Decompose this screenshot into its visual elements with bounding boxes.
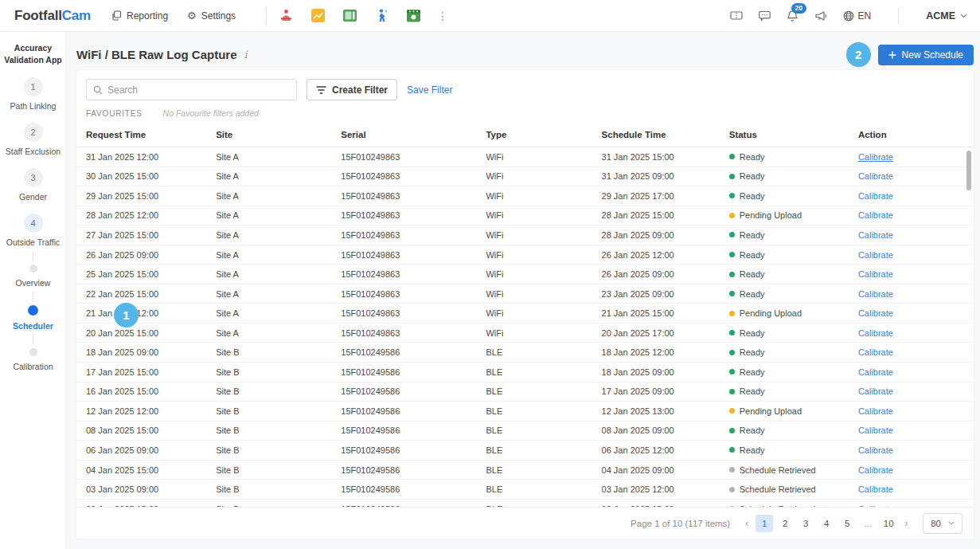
calibrate-link[interactable]: Calibrate <box>858 425 893 435</box>
substep-dot-current[interactable] <box>28 305 38 316</box>
table-row: 27 Jan 2025 15:00Site A15F010249863WiFi2… <box>76 225 974 245</box>
sidebar-substep-scheduler[interactable]: Scheduler <box>0 305 66 331</box>
sidebar-substep-overview[interactable]: Overview <box>0 265 66 288</box>
page-size-select[interactable]: 80 <box>923 513 962 534</box>
analytics-app-icon[interactable] <box>310 8 326 24</box>
calibrate-link[interactable]: Calibrate <box>858 406 893 416</box>
site-cell: Site A <box>216 328 341 338</box>
sidebar-step-path-linking[interactable]: 1 Path Linking <box>0 77 66 111</box>
calendar-app-icon[interactable] <box>405 8 421 24</box>
step-connector <box>33 292 33 302</box>
calibrate-link[interactable]: Calibrate <box>858 250 893 260</box>
app-window: FootfallCam Reporting ⚙ Settings <box>0 0 980 549</box>
table-row: 17 Jan 2025 15:00Site B15F010249586BLE18… <box>76 363 974 382</box>
calibrate-link[interactable]: Calibrate <box>858 386 893 396</box>
calibrate-link[interactable]: Calibrate <box>858 328 893 338</box>
annotation-badge-2: 2 <box>846 42 871 67</box>
main-content: 1 WiFi / BLE Raw Log Capture i 2 New Sch… <box>67 32 980 549</box>
workflow-sidebar: Accuracy Validation App 1 Path Linking 2… <box>0 32 67 549</box>
status-dot-icon <box>729 389 735 394</box>
status-label: Ready <box>740 230 765 240</box>
pagination-page-2[interactable]: 2 <box>776 515 794 532</box>
announcements-megaphone-icon[interactable] <box>814 10 827 22</box>
step-number-circle[interactable]: 1 <box>24 77 43 96</box>
calibrate-link[interactable]: Calibrate <box>858 484 893 494</box>
site-cell: Site B <box>216 445 341 455</box>
ticket-icon[interactable] <box>730 10 743 21</box>
save-filter-link[interactable]: Save Filter <box>407 84 452 96</box>
action-cell: Calibrate <box>858 210 964 220</box>
pagination-next-icon[interactable]: › <box>900 518 912 529</box>
status-label: Ready <box>740 269 765 279</box>
type-cell: BLE <box>486 406 601 416</box>
request-time-cell: 30 Jan 2025 15:00 <box>86 171 216 181</box>
request-time-cell: 12 Jan 2025 12:00 <box>86 406 216 416</box>
status-dot-icon <box>729 252 735 257</box>
calibrate-link[interactable]: Calibrate <box>858 308 893 318</box>
language-selector[interactable]: EN <box>843 10 872 22</box>
type-cell: BLE <box>486 347 601 357</box>
pagination-page-10[interactable]: 10 <box>880 515 897 532</box>
sidebar-step-outside-traffic[interactable]: 4 Outside Traffic <box>0 214 66 247</box>
status-cell: Schedule Retrieved <box>729 465 858 475</box>
schedule-time-cell: 29 Jan 2025 17:00 <box>602 191 729 201</box>
info-icon[interactable]: i <box>244 49 248 61</box>
type-cell: BLE <box>486 445 601 455</box>
type-cell: WiFi <box>486 289 601 299</box>
status-cell: Ready <box>729 425 858 435</box>
footfallcam-logo[interactable]: FootfallCam <box>14 8 91 24</box>
calibrate-link[interactable]: Calibrate <box>858 171 893 181</box>
notifications-bell-icon[interactable]: 20 <box>787 10 798 22</box>
more-apps-kebab-icon[interactable]: ⋮ <box>437 10 448 22</box>
pagination-page-5[interactable]: 5 <box>838 515 856 532</box>
calibrate-link[interactable]: Calibrate <box>858 230 893 240</box>
step-number-circle[interactable]: 4 <box>24 214 43 233</box>
sidebar-step-staff-exclusion[interactable]: 2 Staff Exclusion <box>0 123 66 156</box>
step-number-circle[interactable]: 3 <box>24 168 43 187</box>
pagination-page-1[interactable]: 1 <box>755 515 773 532</box>
sidebar-substep-calibration[interactable]: Calibration <box>0 348 66 371</box>
table-row: 03 Jan 2025 09:00Site B15F010249586BLE03… <box>76 480 974 500</box>
type-cell: BLE <box>486 484 601 494</box>
site-cell: Site A <box>216 269 341 279</box>
serial-cell: 15F010249586 <box>341 406 486 416</box>
calibrate-link[interactable]: Calibrate <box>858 445 893 455</box>
display-app-icon[interactable] <box>342 8 357 24</box>
substep-dot[interactable] <box>29 348 37 356</box>
sidebar-step-gender[interactable]: 3 Gender <box>0 168 66 202</box>
serial-cell: 15F010249586 <box>341 347 486 357</box>
nav-reporting[interactable]: Reporting <box>111 10 168 22</box>
substep-dot[interactable] <box>29 265 37 273</box>
vertical-scrollbar[interactable] <box>966 151 971 190</box>
globe-icon <box>843 10 854 22</box>
pagination-page-3[interactable]: 3 <box>797 515 814 532</box>
site-cell: Site B <box>216 406 341 416</box>
calibrate-link[interactable]: Calibrate <box>858 504 893 507</box>
status-cell: Ready <box>729 152 858 162</box>
chat-icon[interactable] <box>759 10 771 22</box>
calibrate-link[interactable]: Calibrate <box>858 191 893 201</box>
schedule-time-cell: 03 Jan 2025 12:00 <box>602 484 729 494</box>
search-input[interactable] <box>107 84 290 96</box>
table-row: 18 Jan 2025 09:00Site B15F010249586BLE18… <box>76 343 974 363</box>
calibrate-link[interactable]: Calibrate <box>858 347 893 357</box>
pagination-page-4[interactable]: 4 <box>818 515 835 532</box>
sidebar-title: Accuracy Validation App <box>0 42 66 65</box>
create-filter-button[interactable]: Create Filter <box>306 79 397 100</box>
traffic-app-icon[interactable] <box>373 8 389 24</box>
calibrate-link[interactable]: Calibrate <box>858 367 893 377</box>
calibrate-link[interactable]: Calibrate <box>858 465 893 475</box>
nav-settings[interactable]: ⚙ Settings <box>187 10 236 22</box>
request-time-cell: 03 Jan 2025 09:00 <box>86 484 216 494</box>
calibrate-link[interactable]: Calibrate <box>858 152 893 162</box>
pagination-prev-icon[interactable]: ‹ <box>741 518 752 529</box>
search-box[interactable] <box>86 79 297 100</box>
calibrate-link[interactable]: Calibrate <box>858 269 893 279</box>
step-number-circle[interactable]: 2 <box>24 123 43 142</box>
serial-cell: 15F010249586 <box>341 386 486 396</box>
calibrate-link[interactable]: Calibrate <box>858 289 893 299</box>
store-visitor-app-icon[interactable] <box>278 8 294 24</box>
new-schedule-button[interactable]: New Schedule <box>878 45 974 65</box>
account-menu[interactable]: ACME <box>926 10 967 22</box>
calibrate-link[interactable]: Calibrate <box>858 210 893 220</box>
